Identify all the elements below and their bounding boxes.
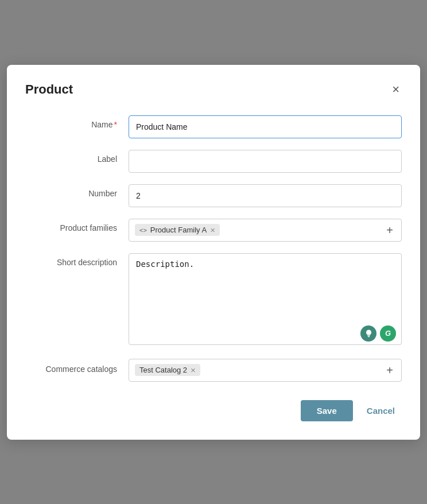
modal-overlay: Product × Name* Label Number: [0, 0, 427, 504]
svg-rect-1: [368, 336, 370, 337]
number-field: [129, 184, 402, 207]
short-description-row: Short description Description. G: [25, 253, 402, 347]
product-families-row: Product families <> Product Family A × +: [25, 219, 402, 242]
commerce-catalog-tag-label: Test Catalog 2: [139, 366, 187, 374]
label-field: [129, 150, 402, 173]
grammarly-icon: G: [380, 325, 396, 342]
cancel-button[interactable]: Cancel: [360, 400, 402, 421]
tag-code-icon: <>: [139, 227, 147, 234]
product-modal: Product × Name* Label Number: [7, 65, 420, 440]
textarea-icons: G: [360, 325, 396, 342]
save-button[interactable]: Save: [301, 400, 353, 421]
modal-title: Product: [25, 82, 73, 97]
label-row: Label: [25, 150, 402, 173]
close-button[interactable]: ×: [390, 81, 402, 98]
number-label: Number: [25, 184, 129, 198]
product-families-tags: <> Product Family A × +: [129, 219, 402, 242]
svg-rect-0: [367, 335, 370, 336]
name-label: Name*: [25, 115, 129, 129]
commerce-catalogs-label: Commerce catalogs: [25, 359, 129, 374]
product-families-label: Product families: [25, 219, 129, 232]
commerce-catalogs-tags: Test Catalog 2 × +: [129, 359, 402, 382]
commerce-catalogs-field: Test Catalog 2 × +: [129, 359, 402, 382]
product-families-add-button[interactable]: +: [384, 224, 395, 236]
short-description-field: Description. G: [129, 253, 402, 347]
commerce-catalogs-add-button[interactable]: +: [384, 365, 395, 376]
number-row: Number: [25, 184, 402, 207]
textarea-wrapper: Description. G: [129, 253, 402, 347]
name-field: [129, 115, 402, 138]
label-input[interactable]: [129, 150, 402, 173]
label-label: Label: [25, 150, 129, 164]
product-family-tag-remove[interactable]: ×: [210, 226, 215, 234]
product-families-field: <> Product Family A × +: [129, 219, 402, 242]
modal-header: Product ×: [25, 81, 402, 98]
commerce-catalog-tag-remove[interactable]: ×: [191, 366, 196, 374]
number-input[interactable]: [129, 184, 402, 207]
commerce-catalog-tag: Test Catalog 2 ×: [135, 364, 200, 376]
commerce-catalogs-row: Commerce catalogs Test Catalog 2 × +: [25, 359, 402, 382]
bulb-icon: [360, 325, 376, 342]
name-input[interactable]: [129, 115, 402, 138]
modal-footer: Save Cancel: [25, 400, 402, 421]
product-family-tag: <> Product Family A ×: [135, 224, 220, 236]
name-row: Name*: [25, 115, 402, 138]
product-family-tag-label: Product Family A: [150, 226, 207, 234]
short-description-label: Short description: [25, 253, 129, 267]
